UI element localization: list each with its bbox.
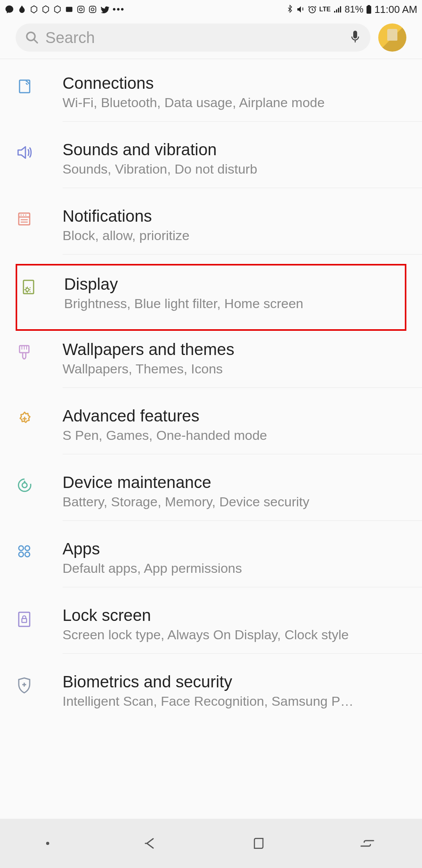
item-title: Apps [63, 540, 414, 558]
svg-rect-9 [353, 31, 357, 39]
item-title: Wallpapers and themes [63, 340, 414, 359]
svg-rect-1 [78, 6, 84, 13]
item-subtitle: S Pen, Games, One-handed mode [63, 428, 414, 443]
svg-point-14 [23, 215, 24, 216]
hex-icon [53, 5, 62, 14]
item-subtitle: Screen lock type, Always On Display, Clo… [63, 627, 414, 642]
svg-point-29 [25, 552, 30, 557]
display-icon [17, 275, 64, 295]
avatar[interactable] [378, 23, 406, 52]
more-icon: ••• [113, 4, 125, 15]
connections-icon [16, 74, 63, 94]
shield-icon [16, 673, 63, 694]
item-title: Advanced features [63, 407, 414, 425]
item-subtitle: Wi-Fi, Bluetooth, Data usage, Airplane m… [63, 95, 414, 110]
time-label: 11:00 AM [374, 4, 417, 16]
alarm-icon [308, 5, 317, 14]
news-icon [65, 5, 73, 14]
search-input[interactable] [45, 29, 349, 47]
item-title: Notifications [63, 207, 414, 226]
mic-icon[interactable] [349, 30, 361, 45]
item-title: Connections [63, 74, 414, 93]
network-label: LTE [319, 6, 331, 13]
item-subtitle: Intelligent Scan, Face Recognition, Sams… [63, 694, 414, 709]
settings-item-advanced[interactable]: Advanced features S Pen, Games, One-hand… [0, 397, 422, 464]
notifications-icon [16, 207, 63, 227]
settings-item-sounds[interactable]: Sounds and vibration Sounds, Vibration, … [0, 131, 422, 197]
search-box[interactable] [16, 23, 370, 52]
status-bar: ••• LTE 81% 11:00 AM [0, 0, 422, 19]
navigation-bar [0, 819, 422, 868]
svg-point-19 [26, 288, 29, 291]
maintenance-icon [16, 473, 63, 494]
back-button[interactable] [141, 835, 159, 852]
settings-item-notifications[interactable]: Notifications Block, allow, prioritize [0, 197, 422, 264]
svg-rect-11 [19, 213, 30, 225]
settings-item-lock-screen[interactable]: Lock screen Screen lock type, Always On … [0, 597, 422, 663]
svg-rect-0 [66, 7, 73, 12]
item-subtitle: Wallpapers, Themes, Icons [63, 361, 414, 377]
battery-label: 81% [345, 4, 363, 15]
svg-point-27 [25, 546, 30, 551]
svg-rect-3 [89, 6, 96, 13]
svg-point-15 [25, 215, 27, 216]
search-icon [25, 30, 39, 45]
svg-rect-18 [23, 280, 34, 294]
drop-icon [17, 5, 27, 14]
speaker-icon [16, 140, 63, 161]
status-notifications-icons: ••• [5, 4, 125, 15]
item-subtitle: Block, allow, prioritize [63, 228, 414, 243]
hex-icon [41, 5, 50, 14]
settings-item-wallpapers[interactable]: Wallpapers and themes Wallpapers, Themes… [0, 331, 422, 397]
svg-rect-6 [367, 6, 371, 14]
battery-icon [366, 5, 372, 14]
svg-point-4 [91, 8, 94, 11]
item-title: Sounds and vibration [63, 140, 414, 159]
item-title: Lock screen [63, 606, 414, 625]
search-row [0, 19, 422, 59]
nav-dot [46, 842, 49, 845]
item-subtitle: Brightness, Blue light filter, Home scre… [64, 296, 397, 311]
item-title: Biometrics and security [63, 673, 414, 691]
settings-list: Connections Wi-Fi, Bluetooth, Data usage… [0, 59, 422, 819]
highlight-display: Display Brightness, Blue light filter, H… [16, 264, 406, 331]
settings-item-display[interactable]: Display Brightness, Blue light filter, H… [17, 265, 405, 329]
messenger-icon [5, 5, 14, 14]
status-system-icons: LTE 81% 11:00 AM [286, 4, 417, 16]
apps-icon [16, 540, 63, 560]
item-title: Display [64, 275, 397, 294]
instagram-icon [88, 5, 97, 14]
settings-item-biometrics[interactable]: Biometrics and security Intelligent Scan… [0, 663, 422, 729]
svg-point-26 [19, 546, 23, 551]
item-title: Device maintenance [63, 473, 414, 492]
svg-point-28 [19, 552, 23, 557]
item-subtitle: Sounds, Vibration, Do not disturb [63, 161, 414, 177]
settings-item-apps[interactable]: Apps Default apps, App permissions [0, 530, 422, 597]
svg-rect-30 [19, 612, 30, 626]
svg-rect-7 [368, 5, 370, 6]
recents-button[interactable] [359, 837, 376, 850]
svg-point-25 [22, 483, 27, 488]
home-button[interactable] [251, 836, 266, 851]
signal-icon [333, 5, 342, 14]
instagram-icon [77, 5, 85, 14]
settings-item-connections[interactable]: Connections Wi-Fi, Bluetooth, Data usage… [0, 65, 422, 131]
item-subtitle: Battery, Storage, Memory, Device securit… [63, 494, 414, 509]
svg-point-13 [21, 215, 22, 216]
mute-icon [296, 5, 305, 14]
lock-icon [16, 606, 63, 628]
bluetooth-icon [286, 5, 293, 14]
twitter-icon [100, 5, 109, 14]
svg-point-2 [79, 8, 82, 11]
item-subtitle: Default apps, App permissions [63, 561, 414, 576]
gear-plus-icon [16, 407, 63, 428]
settings-item-device-maintenance[interactable]: Device maintenance Battery, Storage, Mem… [0, 464, 422, 530]
svg-rect-31 [22, 619, 27, 622]
hex-icon [30, 5, 38, 14]
brush-icon [16, 340, 63, 362]
